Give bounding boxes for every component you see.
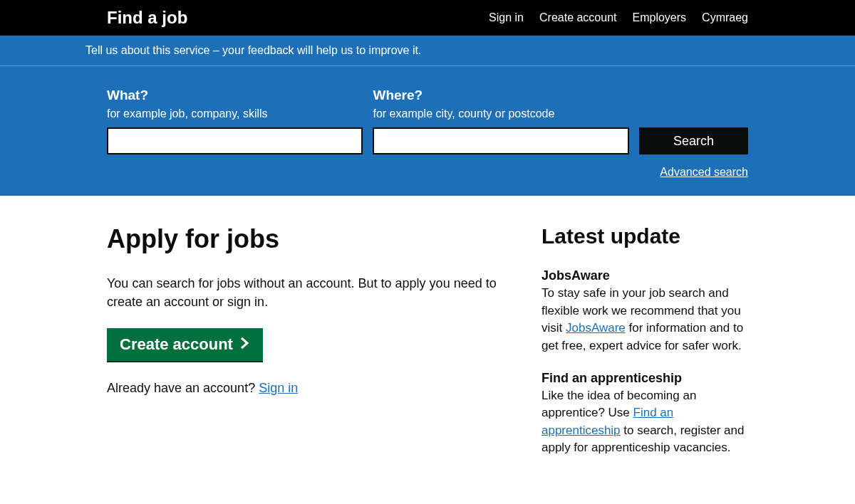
advanced-search-link[interactable]: Advanced search xyxy=(660,166,748,178)
update-title: Find an apprenticeship xyxy=(542,371,748,386)
updates-heading: Latest update xyxy=(542,224,748,248)
where-field: Where? for example city, county or postc… xyxy=(373,88,628,154)
top-nav: Sign in Create account Employers Cymraeg xyxy=(489,11,748,24)
what-field: What? for example job, company, skills xyxy=(107,88,363,154)
signin-prefix: Already have an account? xyxy=(107,381,259,395)
apply-section: Apply for jobs You can search for jobs w… xyxy=(107,224,520,473)
main-content: Apply for jobs You can search for jobs w… xyxy=(0,196,855,504)
update-item: JobsAware To stay safe in your job searc… xyxy=(542,268,748,355)
updates-section: Latest update JobsAware To stay safe in … xyxy=(542,224,748,473)
apply-body: You can search for jobs without an accou… xyxy=(107,274,520,311)
update-body: Like the idea of becoming an apprentice?… xyxy=(542,387,748,458)
nav-employers[interactable]: Employers xyxy=(633,11,687,24)
signin-link[interactable]: Sign in xyxy=(259,381,298,395)
search-button-wrap: Search xyxy=(639,127,748,154)
top-header: Find a job Sign in Create account Employ… xyxy=(0,0,855,36)
phase-text-suffix: will help us to improve it. xyxy=(294,44,422,56)
apply-heading: Apply for jobs xyxy=(107,224,520,254)
signin-line: Already have an account? Sign in xyxy=(107,381,520,396)
update-title: JobsAware xyxy=(542,268,748,283)
feedback-link[interactable]: feedback xyxy=(248,44,294,56)
where-label: Where? xyxy=(373,88,628,103)
site-title: Find a job xyxy=(107,8,187,28)
what-hint: for example job, company, skills xyxy=(107,107,363,120)
what-label: What? xyxy=(107,88,363,103)
search-button[interactable]: Search xyxy=(639,127,748,154)
where-input[interactable] xyxy=(373,127,628,154)
phase-text-prefix: Tell us about this service – your xyxy=(86,44,248,56)
search-panel: What? for example job, company, skills W… xyxy=(0,66,855,196)
what-input[interactable] xyxy=(107,127,363,154)
create-account-button[interactable]: Create account xyxy=(107,328,263,361)
chevron-right-icon xyxy=(240,335,250,354)
update-body: To stay safe in your job search and flex… xyxy=(542,285,748,355)
where-hint: for example city, county or postcode xyxy=(373,107,628,120)
jobsaware-link[interactable]: JobsAware xyxy=(566,321,626,335)
nav-create-account[interactable]: Create account xyxy=(539,11,617,24)
create-account-label: Create account xyxy=(120,335,233,354)
nav-signin[interactable]: Sign in xyxy=(489,11,524,24)
nav-cymraeg[interactable]: Cymraeg xyxy=(702,11,748,24)
update-item: Find an apprenticeship Like the idea of … xyxy=(542,371,748,458)
phase-banner: Tell us about this service – your feedba… xyxy=(0,36,855,66)
